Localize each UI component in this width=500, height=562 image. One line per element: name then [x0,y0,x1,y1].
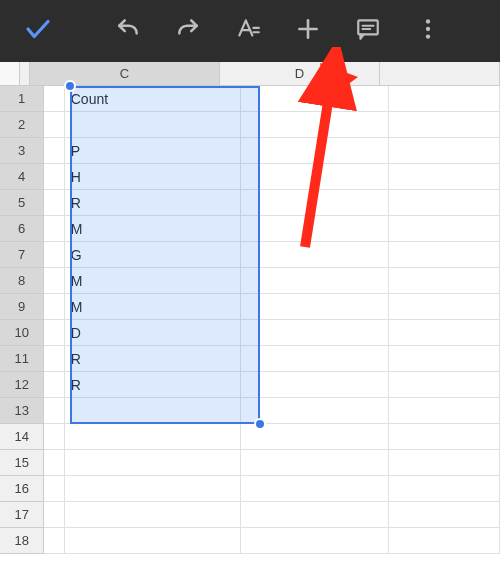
row-header[interactable]: 18 [0,528,44,554]
row-header[interactable]: 11 [0,346,44,372]
cell[interactable] [389,528,500,554]
cell[interactable] [241,372,389,398]
redo-button[interactable] [158,1,218,61]
select-all-corner[interactable] [0,62,20,86]
cell[interactable] [389,138,500,164]
row-header[interactable]: 6 [0,216,44,242]
cell[interactable] [44,190,64,216]
cell[interactable] [389,502,500,528]
row-header[interactable]: 13 [0,398,44,424]
cell[interactable] [389,216,500,242]
comment-button[interactable] [338,1,398,61]
row-header[interactable]: 3 [0,138,44,164]
cell[interactable]: G [65,242,241,268]
row-header[interactable]: 12 [0,372,44,398]
row-header[interactable]: 9 [0,294,44,320]
row-header[interactable]: 10 [0,320,44,346]
cell[interactable] [389,86,500,112]
cell[interactable] [241,294,389,320]
cell[interactable] [241,502,389,528]
row-header[interactable]: 2 [0,112,44,138]
cell[interactable] [44,268,64,294]
cell[interactable] [389,424,500,450]
cell[interactable] [65,476,241,502]
column-header[interactable]: D [220,62,380,86]
cell[interactable] [44,164,64,190]
cell[interactable] [241,112,389,138]
cell[interactable] [65,398,241,424]
cell[interactable] [389,398,500,424]
cell[interactable] [44,528,64,554]
row-header[interactable]: 17 [0,502,44,528]
text-format-button[interactable] [218,1,278,61]
cell[interactable] [241,164,389,190]
cell[interactable] [44,138,64,164]
cell[interactable] [241,216,389,242]
cell[interactable] [241,346,389,372]
cell[interactable] [389,268,500,294]
cell[interactable] [44,320,64,346]
cell[interactable] [389,164,500,190]
cell[interactable] [241,320,389,346]
cell[interactable]: R [65,346,241,372]
cell[interactable] [44,216,64,242]
row-header[interactable]: 5 [0,190,44,216]
row-header[interactable]: 8 [0,268,44,294]
cell[interactable] [44,372,64,398]
undo-button[interactable] [98,1,158,61]
cell[interactable] [241,242,389,268]
cell[interactable] [241,268,389,294]
row-header[interactable]: 7 [0,242,44,268]
cell[interactable] [389,242,500,268]
accept-button[interactable] [8,1,68,61]
spreadsheet-grid[interactable]: CD 1Count23P4H5R6M7G8M9M10D11R12R1314151… [0,62,500,562]
cell[interactable] [44,502,64,528]
column-header[interactable]: C [30,62,220,86]
cell[interactable] [389,346,500,372]
cell[interactable] [241,450,389,476]
row-header[interactable]: 16 [0,476,44,502]
cell[interactable] [65,424,241,450]
cell[interactable] [389,112,500,138]
cell[interactable] [44,398,64,424]
cell[interactable] [44,424,64,450]
cell[interactable]: M [65,294,241,320]
column-header[interactable] [380,62,500,86]
cell[interactable] [241,528,389,554]
cell[interactable]: R [65,372,241,398]
row-header[interactable]: 15 [0,450,44,476]
cell[interactable] [389,190,500,216]
cell[interactable] [389,320,500,346]
cell[interactable]: M [65,216,241,242]
insert-button[interactable] [278,1,338,61]
cell[interactable] [65,112,241,138]
cell[interactable] [65,528,241,554]
cell[interactable] [389,294,500,320]
cell[interactable] [44,346,64,372]
cell[interactable] [389,450,500,476]
cell[interactable] [44,294,64,320]
cell[interactable]: R [65,190,241,216]
cell[interactable] [241,190,389,216]
cell[interactable]: P [65,138,241,164]
cell[interactable] [241,424,389,450]
cell[interactable]: H [65,164,241,190]
cell[interactable] [44,112,64,138]
cell[interactable] [389,372,500,398]
row-header[interactable]: 4 [0,164,44,190]
cell[interactable] [241,476,389,502]
cell[interactable] [65,450,241,476]
cell[interactable] [241,138,389,164]
row-header[interactable]: 14 [0,424,44,450]
cell[interactable]: Count [65,86,241,112]
cell[interactable] [389,476,500,502]
cell[interactable] [44,476,64,502]
cell[interactable]: D [65,320,241,346]
cell[interactable] [44,242,64,268]
cell[interactable] [241,86,389,112]
cell[interactable] [44,450,64,476]
cell[interactable] [44,86,64,112]
row-header[interactable]: 1 [0,86,44,112]
more-button[interactable] [398,1,458,61]
cell[interactable] [241,398,389,424]
